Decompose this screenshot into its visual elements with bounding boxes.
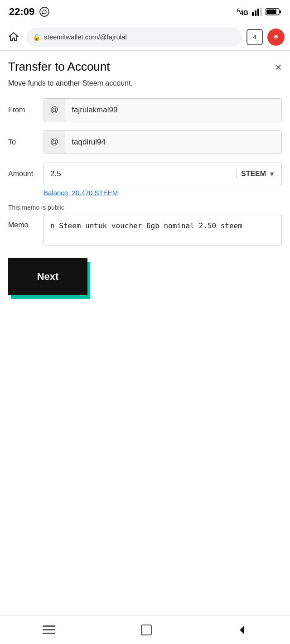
next-button[interactable]: Next [8,258,87,295]
svg-rect-10 [43,633,55,634]
tab-button[interactable]: 4 [246,29,263,45]
upload-button[interactable] [267,29,285,46]
from-input[interactable] [65,99,281,121]
memo-public-notice: This memo is public [8,204,282,211]
browser-bar: 🔒 steemitwallet.com/@fajrulal 4 [0,24,290,51]
battery-icon [266,8,281,16]
currency-selector[interactable]: STEEM ▼ [236,170,281,178]
status-bar: 22:09 54G [0,0,290,24]
dropdown-arrow-icon: ▼ [269,170,275,178]
back-icon [237,625,247,635]
svg-rect-4 [260,8,262,16]
nav-menu-button[interactable] [29,621,69,639]
svg-rect-6 [266,10,276,14]
to-input[interactable] [65,131,281,153]
home-button[interactable] [5,29,22,45]
svg-point-0 [40,7,49,16]
amount-field-group: Amount STEEM ▼ [8,163,282,185]
memo-input[interactable] [44,215,282,245]
signal-bars-icon [252,8,262,16]
from-field-group: From @ [8,98,282,121]
amount-input-wrapper: STEEM ▼ [44,163,282,185]
network-indicator: 54G [237,8,248,16]
home-nav-icon [140,624,152,636]
main-content: Transfer to Account × Move funds to anot… [0,51,290,304]
svg-rect-2 [255,10,256,16]
svg-rect-9 [43,629,55,630]
lock-icon: 🔒 [33,34,40,41]
amount-label: Amount [8,170,40,178]
menu-icon [43,625,55,634]
nav-home-button[interactable] [127,620,166,640]
svg-rect-1 [252,12,254,16]
bottom-nav [0,615,290,644]
from-label: From [8,106,40,114]
from-input-wrapper: @ [44,98,282,121]
nav-back-button[interactable] [224,620,261,640]
dialog-header: Transfer to Account × [8,60,282,74]
close-button[interactable]: × [275,61,282,73]
dialog-title: Transfer to Account [8,60,110,74]
currency-text: STEEM [241,170,266,178]
to-label: To [8,138,40,146]
balance-display[interactable]: Balance: 20.470 STEEM [44,189,282,197]
status-left: 22:09 [9,6,50,18]
status-time: 22:09 [9,6,34,18]
status-right: 54G [237,8,281,16]
svg-rect-3 [257,9,259,16]
to-field-group: To @ [8,130,282,154]
svg-rect-8 [43,625,55,627]
url-text: steemitwallet.com/@fajrulal [44,33,236,41]
amount-input[interactable] [44,163,236,185]
svg-rect-11 [141,625,151,635]
whatsapp-icon [39,6,50,17]
memo-label: Memo [8,215,40,229]
to-prefix: @ [44,131,65,153]
next-button-container: Next [8,258,87,295]
from-prefix: @ [44,99,65,121]
memo-field-group: Memo [8,215,282,245]
to-input-wrapper: @ [44,130,282,154]
address-bar[interactable]: 🔒 steemitwallet.com/@fajrulal [26,28,242,47]
dialog-subtitle: Move funds to another Steem account. [8,79,282,87]
svg-rect-7 [280,10,281,13]
